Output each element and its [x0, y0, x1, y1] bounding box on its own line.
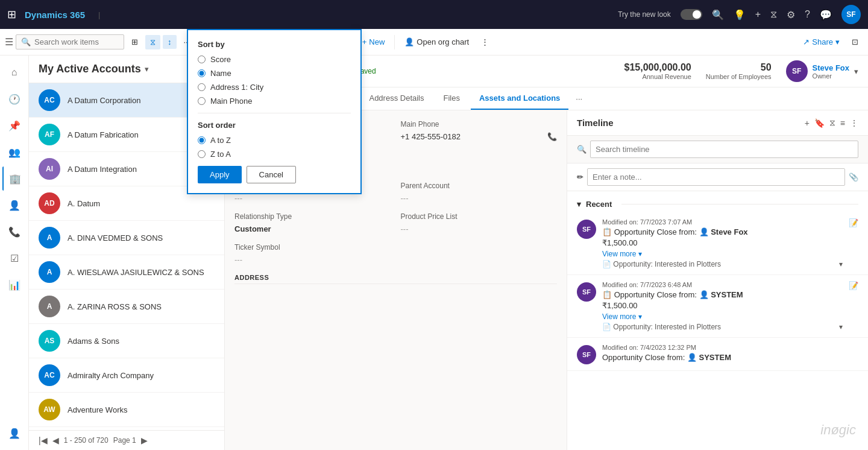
- user-avatar[interactable]: SF: [841, 5, 861, 24]
- sort-ztoa-option[interactable]: Z to A: [198, 150, 351, 159]
- toggle-switch[interactable]: [681, 9, 702, 20]
- timeline-list-icon[interactable]: ≡: [840, 118, 845, 128]
- account-name: Adams & Sons: [68, 337, 119, 346]
- field-phone: Main Phone +1 425-555-0182 📞: [401, 120, 558, 144]
- owner-chevron[interactable]: ▾: [854, 67, 858, 76]
- sort-name-radio[interactable]: [198, 69, 206, 77]
- timeline-more-icon[interactable]: ⋮: [850, 118, 858, 128]
- try-new-label: Try the new look: [618, 10, 671, 19]
- timeline-header: Timeline + 🔖 ⧖ ≡ ⋮: [567, 110, 868, 136]
- num-employees-value: 50: [706, 62, 772, 73]
- detail-tabs-more[interactable]: ···: [571, 89, 587, 108]
- timeline-view-more-1[interactable]: View more ▾: [602, 250, 843, 258]
- timeline-date-2: Modified on: 7/7/2023 6:48 AM: [602, 281, 843, 288]
- sort-city-radio[interactable]: [198, 83, 206, 91]
- account-list-item[interactable]: A A. WIESLAWA JASIULEWICZ & SONS: [29, 255, 224, 290]
- sidebar-accounts-icon[interactable]: 👥: [2, 140, 27, 164]
- sort-atoز-option[interactable]: A to Z: [198, 136, 351, 145]
- account-list-item[interactable]: A A. ZARINA ROSS & SONS: [29, 290, 224, 324]
- sort-option-score[interactable]: Score: [198, 55, 351, 64]
- settings-icon[interactable]: ⚙: [787, 9, 795, 21]
- view-toggle-button[interactable]: ⊞: [127, 35, 143, 49]
- timeline-note-input[interactable]: [587, 168, 845, 186]
- opp-chevron-1[interactable]: ▾: [839, 260, 843, 268]
- sort-button[interactable]: ↕: [163, 35, 177, 49]
- sort-divider: [198, 113, 351, 113]
- account-name: A Datum Fabrication: [68, 130, 139, 139]
- filter-sort-button[interactable]: ⧖: [145, 35, 160, 49]
- filter-icon[interactable]: ⧖: [770, 9, 777, 20]
- sidebar-task-icon[interactable]: ☑: [2, 246, 27, 270]
- account-list-chevron[interactable]: ▾: [145, 65, 149, 74]
- search-input[interactable]: [34, 37, 119, 46]
- help-icon[interactable]: ?: [805, 9, 810, 20]
- sidebar-recent-icon[interactable]: 🕐: [2, 87, 27, 111]
- next-page-button[interactable]: ▶: [141, 436, 148, 445]
- dock-button[interactable]: ⊡: [847, 35, 863, 49]
- sidebar-report-icon[interactable]: 📊: [2, 273, 27, 297]
- cancel-button[interactable]: Cancel: [247, 166, 296, 183]
- prev-page-button[interactable]: ◀: [52, 436, 59, 445]
- account-name: A Datum Corporation: [68, 96, 140, 105]
- sort-phone-radio[interactable]: [198, 97, 206, 105]
- sort-option-address1city[interactable]: Address 1: City: [198, 83, 351, 92]
- account-name: A Datum Integration: [68, 165, 137, 174]
- account-list-item[interactable]: AW Adventure Works: [29, 393, 224, 427]
- owner-name[interactable]: Steve Fox: [813, 63, 849, 72]
- account-list-item[interactable]: AC Admiralty Arch Company: [29, 358, 224, 393]
- more-options-button[interactable]: ⋮: [476, 35, 494, 49]
- detail-tab-files[interactable]: Files: [435, 87, 468, 110]
- sidebar-home-icon[interactable]: ⌂: [2, 60, 27, 84]
- phone-icon[interactable]: 📞: [547, 132, 557, 141]
- sort-order-label: Sort order: [198, 121, 351, 130]
- lightbulb-icon[interactable]: 💡: [734, 9, 746, 21]
- timeline-search-input[interactable]: [590, 141, 858, 158]
- sort-ztoa-radio[interactable]: [198, 150, 206, 158]
- hamburger-icon[interactable]: ☰: [5, 36, 13, 48]
- share-button[interactable]: ↗ Share ▾: [798, 35, 844, 49]
- sidebar-user-icon[interactable]: 👤: [2, 421, 27, 445]
- timeline-filter-icon[interactable]: ⧖: [829, 118, 835, 128]
- annual-revenue-label: Annual Revenue: [624, 73, 691, 80]
- chat-icon[interactable]: 💬: [820, 9, 832, 21]
- opp-chevron-2[interactable]: ▾: [839, 323, 843, 331]
- timeline-item-note-1[interactable]: 📝: [849, 218, 858, 268]
- sort-score-radio[interactable]: [198, 55, 206, 63]
- timeline-close-icon-2: 📋: [602, 290, 612, 299]
- timeline-bookmark-icon[interactable]: 🔖: [814, 118, 825, 128]
- timeline-person-icon-2: 👤: [699, 290, 711, 299]
- timeline-attach-icon[interactable]: 📎: [849, 173, 858, 182]
- timeline-search-icon: 🔍: [577, 145, 587, 154]
- sidebar-phone-icon[interactable]: 📞: [2, 220, 27, 244]
- detail-tab-address-details[interactable]: Address Details: [360, 87, 432, 110]
- new-button[interactable]: + New: [357, 35, 390, 49]
- timeline-close-icon-1: 📋: [602, 227, 612, 236]
- timeline-add-icon[interactable]: +: [805, 118, 810, 128]
- field-price-list: Product Price List ---: [401, 212, 558, 236]
- first-page-button[interactable]: |◀: [39, 436, 48, 445]
- timeline-view-more-2[interactable]: View more ▾: [602, 312, 843, 321]
- timeline-recent-header[interactable]: ▾ Recent: [567, 196, 868, 212]
- detail-tab-assets-and-locations[interactable]: Assets and Locations: [471, 87, 568, 110]
- waffle-icon[interactable]: ⊞: [7, 8, 16, 21]
- sidebar-person-icon[interactable]: 👤: [2, 193, 27, 217]
- account-name: A. WIESLAWA JASIULEWICZ & SONS: [68, 268, 204, 277]
- timeline-amount-2: ₹1,500.00: [602, 301, 843, 310]
- apply-button[interactable]: Apply: [198, 166, 242, 183]
- sort-by-label: Sort by: [198, 40, 351, 49]
- sort-option-mainphone[interactable]: Main Phone: [198, 97, 351, 106]
- sidebar-active-icon[interactable]: 🏢: [2, 166, 27, 191]
- search-icon[interactable]: 🔍: [712, 9, 724, 21]
- timeline-item-note-2[interactable]: 📝: [849, 281, 858, 331]
- sort-actions: Apply Cancel: [198, 166, 351, 183]
- sort-atoz-radio[interactable]: [198, 136, 206, 144]
- account-avatar: AF: [39, 124, 60, 145]
- org-chart-button[interactable]: 👤 Open org chart: [400, 35, 474, 49]
- account-list-item[interactable]: A A. DINA VEDMED & SONS: [29, 221, 224, 255]
- account-avatar: A: [39, 227, 60, 249]
- account-list-item[interactable]: AS Adams & Sons: [29, 324, 224, 358]
- add-icon[interactable]: +: [755, 9, 761, 20]
- sidebar-pin-icon[interactable]: 📌: [2, 113, 27, 138]
- detail-header-right: $15,000,000.00 Annual Revenue 50 Number …: [624, 60, 858, 82]
- sort-option-name[interactable]: Name: [198, 69, 351, 78]
